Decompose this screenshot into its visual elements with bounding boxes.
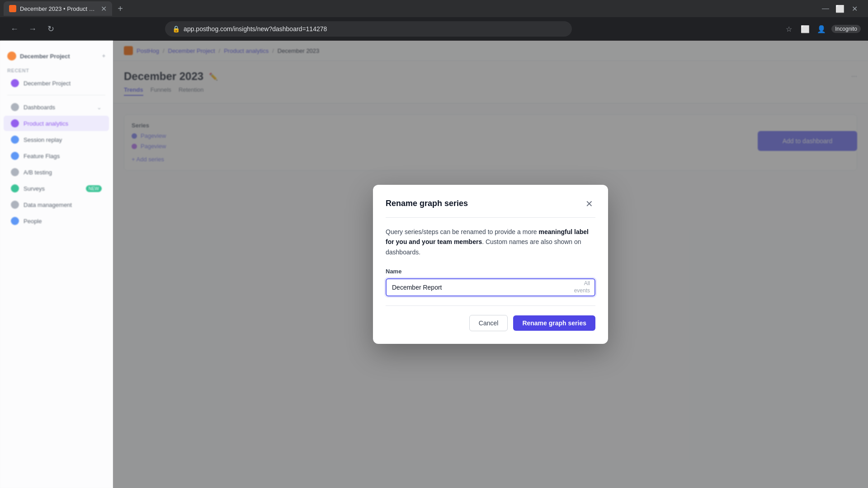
- dialog-footer-divider: [386, 305, 595, 306]
- sidebar-icon-purple: [11, 79, 19, 87]
- sidebar-icon-gray: [11, 103, 19, 111]
- reload-button[interactable]: ↻: [43, 22, 58, 36]
- dialog-header-divider: [386, 217, 595, 218]
- chevron-icon: ⌄: [97, 104, 102, 111]
- cancel-button[interactable]: Cancel: [469, 315, 508, 331]
- sidebar-icon-gray2: [11, 168, 19, 176]
- description-start: Query series/steps can be renamed to pro…: [386, 228, 539, 235]
- dialog-title: Rename graph series: [386, 199, 468, 208]
- sidebar-item-label: December Project: [24, 80, 71, 87]
- sidebar-item-label: Product analytics: [24, 120, 68, 127]
- window-controls: — ⬜ ✕: [819, 2, 864, 15]
- modal-overlay: Rename graph series ✕ Query series/steps…: [113, 41, 868, 488]
- sidebar-item-label: Dashboards: [24, 104, 55, 111]
- dialog-description: Query series/steps can be renamed to pro…: [386, 227, 595, 257]
- forward-button[interactable]: →: [25, 22, 40, 36]
- profile-icon[interactable]: 👤: [815, 23, 828, 35]
- sidebar-icon-blue3: [11, 217, 19, 225]
- extension-icon[interactable]: ⬜: [799, 23, 811, 35]
- minimize-button[interactable]: —: [819, 2, 832, 15]
- tab-close-button[interactable]: ✕: [101, 5, 107, 13]
- sidebar-item-people[interactable]: People: [4, 213, 109, 229]
- app-layout: December Project + Recent December Proje…: [0, 41, 868, 488]
- sidebar-item-feature-flags[interactable]: Feature Flags: [4, 148, 109, 164]
- incognito-badge: Incognito: [831, 25, 861, 33]
- main-content: PostHog / December Project / Product ana…: [113, 41, 868, 488]
- sidebar-item-surveys[interactable]: Surveys NEW: [4, 181, 109, 196]
- sidebar-item-label: Session replay: [24, 136, 62, 143]
- sidebar-item-label: A/B testing: [24, 169, 52, 176]
- name-input[interactable]: [386, 278, 595, 296]
- rename-dialog: Rename graph series ✕ Query series/steps…: [373, 185, 608, 344]
- sidebar-item-product-analytics[interactable]: Product analytics: [4, 116, 109, 131]
- sidebar-icon-blue2: [11, 152, 19, 160]
- survey-badge: NEW: [86, 185, 102, 192]
- sidebar-icon-gray3: [11, 201, 19, 209]
- sidebar: December Project + Recent December Proje…: [0, 41, 113, 488]
- lock-icon: 🔒: [172, 25, 180, 33]
- sidebar-item-label: Feature Flags: [24, 153, 60, 160]
- sidebar-item-label: People: [24, 218, 42, 225]
- sidebar-project[interactable]: December Project +: [0, 48, 113, 64]
- maximize-button[interactable]: ⬜: [834, 2, 846, 15]
- active-tab[interactable]: December 2023 • Product analy... ✕: [4, 1, 112, 16]
- sidebar-item-label: Data management: [24, 202, 72, 208]
- back-button[interactable]: ←: [7, 22, 22, 36]
- url-text: app.posthog.com/insights/new?dashboard=1…: [184, 25, 327, 33]
- project-expand-icon: +: [102, 53, 105, 59]
- close-window-button[interactable]: ✕: [848, 2, 861, 15]
- address-actions: ☆ ⬜ 👤 Incognito: [783, 23, 861, 35]
- project-dot: [7, 52, 16, 61]
- address-bar: ← → ↻ 🔒 app.posthog.com/insights/new?das…: [0, 17, 868, 41]
- sidebar-item-dashboards[interactable]: Dashboards ⌄: [4, 99, 109, 115]
- sidebar-icon-active: [11, 119, 19, 127]
- url-bar[interactable]: 🔒 app.posthog.com/insights/new?dashboard…: [165, 21, 572, 37]
- input-hint: Allevents: [574, 280, 590, 294]
- sidebar-item-session-replay[interactable]: Session replay: [4, 132, 109, 147]
- sidebar-item-label: Surveys: [24, 185, 45, 192]
- recent-label: Recent: [0, 64, 113, 75]
- project-name: December Project: [20, 53, 70, 60]
- sidebar-item-data-management[interactable]: Data management: [4, 197, 109, 212]
- rename-button[interactable]: Rename graph series: [513, 315, 595, 331]
- sidebar-icon-green: [11, 184, 19, 192]
- name-input-wrapper: Allevents: [386, 278, 595, 296]
- field-label: Name: [386, 268, 595, 275]
- sidebar-divider-1: [7, 95, 105, 95]
- sidebar-item-ab-testing[interactable]: A/B testing: [4, 164, 109, 180]
- sidebar-item-december-project[interactable]: December Project: [4, 75, 109, 91]
- dialog-actions: Cancel Rename graph series: [386, 315, 595, 331]
- tab-bar: December 2023 • Product analy... ✕ + — ⬜…: [0, 0, 868, 17]
- browser-chrome: December 2023 • Product analy... ✕ + — ⬜…: [0, 0, 868, 41]
- tab-title: December 2023 • Product analy...: [20, 5, 97, 12]
- dialog-close-button[interactable]: ✕: [583, 197, 595, 210]
- bookmark-icon[interactable]: ☆: [783, 23, 795, 35]
- new-tab-button[interactable]: +: [114, 2, 127, 15]
- tab-favicon: [9, 5, 16, 12]
- sidebar-icon-blue: [11, 136, 19, 144]
- dialog-header: Rename graph series ✕: [386, 197, 595, 210]
